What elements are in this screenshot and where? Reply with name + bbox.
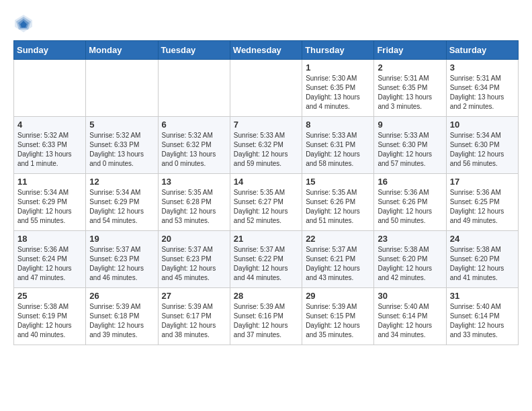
day-number: 24 (450, 234, 515, 244)
day-cell: 27Sunrise: 5:39 AM Sunset: 6:17 PM Dayli… (158, 288, 230, 345)
day-info: Sunrise: 5:38 AM Sunset: 6:20 PM Dayligh… (378, 245, 442, 283)
day-info: Sunrise: 5:35 AM Sunset: 6:26 PM Dayligh… (306, 188, 370, 226)
day-number: 10 (450, 120, 515, 130)
day-number: 22 (306, 234, 370, 244)
day-info: Sunrise: 5:38 AM Sunset: 6:20 PM Dayligh… (450, 245, 515, 283)
week-row-2: 4Sunrise: 5:32 AM Sunset: 6:33 PM Daylig… (14, 117, 519, 174)
day-cell: 21Sunrise: 5:37 AM Sunset: 6:22 PM Dayli… (230, 231, 302, 288)
day-info: Sunrise: 5:40 AM Sunset: 6:14 PM Dayligh… (378, 302, 442, 340)
day-cell: 29Sunrise: 5:39 AM Sunset: 6:15 PM Dayli… (302, 288, 374, 345)
day-info: Sunrise: 5:38 AM Sunset: 6:19 PM Dayligh… (17, 302, 82, 340)
day-info: Sunrise: 5:35 AM Sunset: 6:28 PM Dayligh… (162, 188, 226, 226)
weekday-header-tuesday: Tuesday (158, 41, 230, 60)
day-cell: 28Sunrise: 5:39 AM Sunset: 6:16 PM Dayli… (230, 288, 302, 345)
day-number: 21 (234, 234, 298, 244)
day-cell: 13Sunrise: 5:35 AM Sunset: 6:28 PM Dayli… (158, 174, 230, 231)
weekday-header-wednesday: Wednesday (230, 41, 302, 60)
day-info: Sunrise: 5:34 AM Sunset: 6:29 PM Dayligh… (89, 188, 154, 226)
day-number: 27 (162, 291, 226, 301)
day-info: Sunrise: 5:36 AM Sunset: 6:25 PM Dayligh… (450, 188, 515, 226)
day-number: 4 (17, 120, 82, 130)
day-number: 3 (450, 62, 515, 73)
day-cell: 5Sunrise: 5:32 AM Sunset: 6:33 PM Daylig… (86, 117, 158, 174)
day-info: Sunrise: 5:36 AM Sunset: 6:24 PM Dayligh… (17, 245, 82, 283)
day-number: 16 (378, 177, 442, 187)
week-row-5: 25Sunrise: 5:38 AM Sunset: 6:19 PM Dayli… (14, 288, 519, 345)
day-info: Sunrise: 5:33 AM Sunset: 6:31 PM Dayligh… (306, 131, 370, 169)
day-cell: 18Sunrise: 5:36 AM Sunset: 6:24 PM Dayli… (14, 231, 86, 288)
day-info: Sunrise: 5:32 AM Sunset: 6:33 PM Dayligh… (17, 131, 82, 169)
day-number: 30 (378, 291, 442, 301)
day-number: 11 (17, 177, 82, 187)
weekday-header-friday: Friday (374, 41, 446, 60)
day-info: Sunrise: 5:30 AM Sunset: 6:35 PM Dayligh… (306, 74, 370, 111)
day-cell: 22Sunrise: 5:37 AM Sunset: 6:21 PM Dayli… (302, 231, 374, 288)
day-cell: 12Sunrise: 5:34 AM Sunset: 6:29 PM Dayli… (86, 174, 158, 231)
day-info: Sunrise: 5:37 AM Sunset: 6:23 PM Dayligh… (89, 245, 154, 283)
day-cell: 24Sunrise: 5:38 AM Sunset: 6:20 PM Dayli… (446, 231, 518, 288)
day-number: 2 (378, 62, 442, 73)
day-number: 9 (378, 120, 442, 130)
day-cell (86, 60, 158, 117)
day-cell: 14Sunrise: 5:35 AM Sunset: 6:27 PM Dayli… (230, 174, 302, 231)
logo-icon (13, 13, 34, 34)
day-info: Sunrise: 5:37 AM Sunset: 6:21 PM Dayligh… (306, 245, 370, 283)
day-number: 20 (162, 234, 226, 244)
day-info: Sunrise: 5:36 AM Sunset: 6:26 PM Dayligh… (378, 188, 442, 226)
day-info: Sunrise: 5:33 AM Sunset: 6:32 PM Dayligh… (234, 131, 298, 169)
day-cell: 25Sunrise: 5:38 AM Sunset: 6:19 PM Dayli… (14, 288, 86, 345)
day-info: Sunrise: 5:37 AM Sunset: 6:22 PM Dayligh… (234, 245, 298, 283)
day-cell: 1Sunrise: 5:30 AM Sunset: 6:35 PM Daylig… (302, 60, 374, 117)
day-info: Sunrise: 5:39 AM Sunset: 6:18 PM Dayligh… (89, 302, 154, 340)
day-number: 23 (378, 234, 442, 244)
day-cell: 8Sunrise: 5:33 AM Sunset: 6:31 PM Daylig… (302, 117, 374, 174)
day-info: Sunrise: 5:39 AM Sunset: 6:16 PM Dayligh… (234, 302, 298, 340)
day-number: 29 (306, 291, 370, 301)
logo (13, 13, 36, 34)
day-info: Sunrise: 5:40 AM Sunset: 6:14 PM Dayligh… (450, 302, 515, 340)
day-info: Sunrise: 5:32 AM Sunset: 6:33 PM Dayligh… (89, 131, 154, 169)
day-info: Sunrise: 5:39 AM Sunset: 6:15 PM Dayligh… (306, 302, 370, 340)
day-cell (158, 60, 230, 117)
day-cell: 17Sunrise: 5:36 AM Sunset: 6:25 PM Dayli… (446, 174, 518, 231)
day-number: 6 (162, 120, 226, 130)
day-number: 18 (17, 234, 82, 244)
weekday-header-thursday: Thursday (302, 41, 374, 60)
day-cell: 3Sunrise: 5:31 AM Sunset: 6:34 PM Daylig… (446, 60, 518, 117)
day-cell: 2Sunrise: 5:31 AM Sunset: 6:35 PM Daylig… (374, 60, 446, 117)
day-number: 31 (450, 291, 515, 301)
day-cell (14, 60, 86, 117)
day-cell: 23Sunrise: 5:38 AM Sunset: 6:20 PM Dayli… (374, 231, 446, 288)
day-info: Sunrise: 5:31 AM Sunset: 6:34 PM Dayligh… (450, 74, 515, 111)
day-cell: 15Sunrise: 5:35 AM Sunset: 6:26 PM Dayli… (302, 174, 374, 231)
day-number: 17 (450, 177, 515, 187)
week-row-4: 18Sunrise: 5:36 AM Sunset: 6:24 PM Dayli… (14, 231, 519, 288)
day-cell: 19Sunrise: 5:37 AM Sunset: 6:23 PM Dayli… (86, 231, 158, 288)
weekday-header-saturday: Saturday (446, 41, 518, 60)
day-info: Sunrise: 5:34 AM Sunset: 6:30 PM Dayligh… (450, 131, 515, 169)
day-number: 25 (17, 291, 82, 301)
calendar-table: SundayMondayTuesdayWednesdayThursdayFrid… (13, 40, 519, 345)
day-number: 26 (89, 291, 154, 301)
day-info: Sunrise: 5:32 AM Sunset: 6:32 PM Dayligh… (162, 131, 226, 169)
weekday-header-row: SundayMondayTuesdayWednesdayThursdayFrid… (14, 41, 519, 60)
day-number: 8 (306, 120, 370, 130)
day-number: 19 (89, 234, 154, 244)
day-cell: 7Sunrise: 5:33 AM Sunset: 6:32 PM Daylig… (230, 117, 302, 174)
day-number: 14 (234, 177, 298, 187)
day-number: 5 (89, 120, 154, 130)
day-info: Sunrise: 5:37 AM Sunset: 6:23 PM Dayligh… (162, 245, 226, 283)
day-number: 12 (89, 177, 154, 187)
day-number: 15 (306, 177, 370, 187)
week-row-1: 1Sunrise: 5:30 AM Sunset: 6:35 PM Daylig… (14, 60, 519, 117)
weekday-header-monday: Monday (86, 41, 158, 60)
weekday-header-sunday: Sunday (14, 41, 86, 60)
day-info: Sunrise: 5:39 AM Sunset: 6:17 PM Dayligh… (162, 302, 226, 340)
day-cell: 11Sunrise: 5:34 AM Sunset: 6:29 PM Dayli… (14, 174, 86, 231)
day-cell: 4Sunrise: 5:32 AM Sunset: 6:33 PM Daylig… (14, 117, 86, 174)
day-cell: 10Sunrise: 5:34 AM Sunset: 6:30 PM Dayli… (446, 117, 518, 174)
day-number: 13 (162, 177, 226, 187)
day-cell: 9Sunrise: 5:33 AM Sunset: 6:30 PM Daylig… (374, 117, 446, 174)
day-info: Sunrise: 5:31 AM Sunset: 6:35 PM Dayligh… (378, 74, 442, 111)
day-cell: 26Sunrise: 5:39 AM Sunset: 6:18 PM Dayli… (86, 288, 158, 345)
